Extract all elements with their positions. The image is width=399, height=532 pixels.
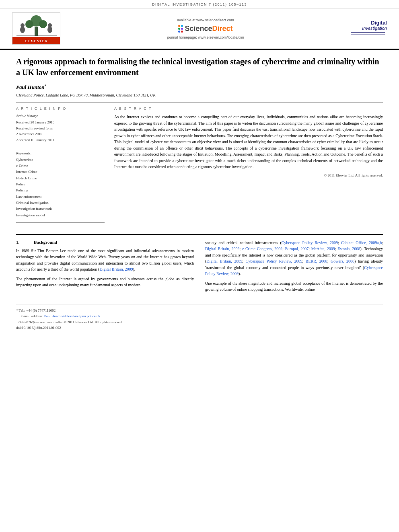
author-name: Paul Hunton* (16, 84, 383, 90)
keyword-item: Hi-tech Crime (16, 175, 105, 181)
body-col-left: 1. Background In 1989 Sir Tim Berners-Le… (16, 240, 194, 296)
sd-dots (178, 25, 183, 33)
keyword-item: Investigation model (16, 212, 105, 218)
keywords-label: Keywords: (16, 151, 105, 155)
section-title: Background (34, 240, 57, 244)
abstract-col: A B S T R A C T As the Internet evolves … (114, 107, 383, 227)
dot2 (181, 25, 183, 27)
abstract-text: As the Internet evolves and continues to… (114, 114, 383, 170)
center-logos: available at www.sciencedirect.com (167, 18, 244, 39)
body-para-right-1: One example of the sheer magnitude and i… (205, 280, 383, 293)
dot5 (178, 31, 180, 33)
svg-point-8 (48, 23, 52, 27)
section-1-heading: 1. Background (16, 240, 194, 244)
footer-notes: * Tel.: +44 (0) 7747111602. E-mail addre… (16, 304, 383, 331)
affiliation: Cleveland Police, Ladgate Lane, PO Box 7… (16, 93, 383, 97)
keywords-section: Keywords: Cybercrimee-CrimeInternet Crim… (16, 151, 105, 218)
ref-link[interactable]: BERR, 2008 (306, 259, 327, 263)
tel-number: +44 (0) 7747111602. (26, 308, 57, 312)
email-label: E-mail address: (21, 314, 43, 318)
two-col-section: A R T I C L E I N F O Article history: R… (16, 107, 383, 227)
page-wrapper: Digital Investigation 7 (2011) 105–113 (0, 0, 399, 339)
abstract-heading: A B S T R A C T (114, 107, 383, 111)
keyword-item: Internet Crime (16, 169, 105, 175)
body-para-left-1: The phenomenon of the Internet is argued… (16, 276, 194, 288)
dot6 (181, 31, 183, 33)
sd-text: ScienceDirect (185, 25, 232, 33)
di-logo: Digital Investigation (351, 20, 387, 38)
article-info-heading: A R T I C L E I N F O (16, 107, 105, 111)
keyword-item: e-Crime (16, 163, 105, 169)
accepted-date: Accepted 10 January 2011 (16, 137, 105, 143)
ref-link[interactable]: Cabinet Office, 2009a,b (341, 240, 382, 245)
doi-line: doi:10.1016/j.diin.2011.01.002 (16, 325, 383, 331)
di-logo-sub: Investigation (351, 26, 387, 31)
ref-link[interactable]: Cyberspace Policy Review, 2009 (205, 265, 383, 276)
ref-link[interactable]: Estonia, 2008 (337, 246, 360, 251)
separator-line-3 (16, 222, 105, 223)
body-section-1: 1. Background In 1989 Sir Tim Berners-Le… (16, 240, 383, 296)
email-link[interactable]: Paul.Hunton@cleveland.pnn.police.uk (44, 314, 100, 318)
ref-link[interactable]: e-Crime Congress, 2009 (242, 246, 282, 251)
body-para-right: society and critical national infrastruc… (205, 240, 383, 293)
ref-link[interactable]: Europol, 2007 (285, 246, 309, 251)
dot1 (178, 25, 180, 27)
footnote-symbol: * (16, 308, 18, 312)
ref-link[interactable]: Cyberspace Policy Review, 2009 (282, 240, 338, 245)
issn-line: 1742-2876/$ — see front matter © 2011 El… (16, 319, 383, 325)
ref-link[interactable]: Digital Britain, 2009 (99, 267, 133, 271)
keyword-item: Policing (16, 187, 105, 193)
svg-point-3 (25, 20, 33, 28)
body-para-1: In 1989 Sir Tim Berners-Lee made one of … (16, 248, 194, 288)
keyword-item: Investigation framework (16, 206, 105, 212)
footnote-tel: * Tel.: +44 (0) 7747111602. (16, 308, 383, 313)
svg-rect-1 (35, 27, 38, 36)
history-label: Article history: (16, 114, 105, 118)
email-label-text (16, 314, 20, 318)
keyword-item: Law enforcement (16, 194, 105, 200)
svg-text:ELSEVIER: ELSEVIER (25, 39, 48, 43)
elsevier-logo: ELSEVIER (12, 12, 60, 45)
keywords-list: Cybercrimee-CrimeInternet CrimeHi-tech C… (16, 157, 105, 218)
available-text: available at www.sciencedirect.com (177, 18, 234, 22)
revised-label: Received in revised form (16, 125, 105, 131)
dot4 (181, 28, 183, 30)
ref-link[interactable]: Cyberspace Policy Review, 2009 (246, 259, 302, 263)
article-history-section: Article history: Received 20 January 201… (16, 114, 105, 143)
revised-date: 2 November 2010 (16, 131, 105, 137)
main-content: A rigorous approach to formalising the t… (0, 50, 399, 339)
abstract-copyright: © 2011 Elsevier Ltd. All rights reserved… (114, 173, 383, 177)
svg-point-4 (39, 20, 47, 28)
sciencedirect-logo: ScienceDirect (178, 25, 232, 33)
body-separator (16, 234, 383, 235)
footnote-email: E-mail address: Paul.Hunton@cleveland.pn… (16, 313, 383, 319)
ref-link[interactable]: Digital Britain, 2009 (206, 259, 242, 263)
author-text: Paul Hunton (16, 84, 44, 90)
journal-homepage: journal homepage: www.elsevier.com/locat… (167, 35, 244, 39)
body-col-right: society and critical national infrastruc… (205, 240, 383, 296)
article-title: A rigorous approach to formalising the t… (16, 56, 383, 78)
author-sup: * (44, 84, 46, 88)
keyword-item: Police (16, 181, 105, 187)
separator-line-1 (16, 102, 383, 103)
svg-point-7 (47, 27, 52, 33)
ref-link[interactable]: Digital Britain, 2009 (205, 246, 240, 251)
section-number: 1. (16, 240, 26, 244)
banner-area: ELSEVIER available at www.sciencedirect.… (0, 8, 399, 50)
ref-link[interactable]: McAfee, 2009 (311, 246, 335, 251)
journal-title: Digital Investigation 7 (2011) 105–113 (152, 2, 247, 6)
dot3 (178, 28, 180, 30)
svg-point-6 (21, 23, 25, 27)
body-para-left-0: In 1989 Sir Tim Berners-Lee made one of … (16, 248, 194, 273)
di-logo-title: Digital (351, 20, 387, 26)
tel-label: Tel.: (19, 308, 25, 312)
keyword-item: Cybercrime (16, 157, 105, 163)
separator-line-2 (16, 147, 105, 147)
svg-point-5 (20, 27, 25, 33)
body-para-right-0: society and critical national infrastruc… (205, 240, 383, 277)
keyword-item: Criminal investigation (16, 200, 105, 206)
received-1: Received 20 January 2010 (16, 119, 105, 125)
journal-header-bar: Digital Investigation 7 (2011) 105–113 (0, 0, 399, 8)
ref-link[interactable]: Gowers, 2006 (331, 259, 354, 263)
article-info-col: A R T I C L E I N F O Article history: R… (16, 107, 105, 227)
